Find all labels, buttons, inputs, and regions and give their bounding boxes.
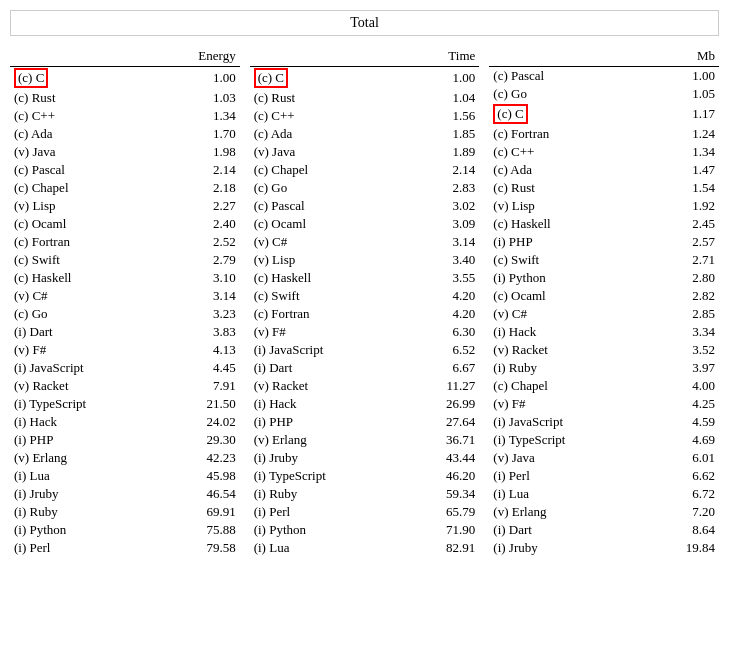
row-label: (i) Perl <box>250 503 399 521</box>
row-label: (i) JavaScript <box>489 413 638 431</box>
table-row: (i) Dart6.67 <box>250 359 480 377</box>
row-value: 3.02 <box>399 197 479 215</box>
table-row: (i) PHP27.64 <box>250 413 480 431</box>
row-value: 4.69 <box>639 431 719 449</box>
row-value: 1.54 <box>639 179 719 197</box>
table-row: (c) Fortran1.24 <box>489 125 719 143</box>
table-row: (c) Go1.05 <box>489 85 719 103</box>
row-label: (i) PHP <box>250 413 399 431</box>
row-value: 1.05 <box>639 85 719 103</box>
row-value: 3.83 <box>159 323 239 341</box>
table-row: (c) Rust1.04 <box>250 89 480 107</box>
row-value: 2.40 <box>159 215 239 233</box>
table-row: (i) Jruby46.54 <box>10 485 240 503</box>
table-row: (c) Chapel2.14 <box>250 161 480 179</box>
energy-label-col <box>10 46 159 67</box>
table-row: (v) Racket3.52 <box>489 341 719 359</box>
row-value: 43.44 <box>399 449 479 467</box>
table-row: (i) Jruby19.84 <box>489 539 719 557</box>
row-label: (i) Python <box>250 521 399 539</box>
row-value: 4.59 <box>639 413 719 431</box>
row-value: 2.82 <box>639 287 719 305</box>
row-value: 1.47 <box>639 161 719 179</box>
row-value: 2.83 <box>399 179 479 197</box>
highlighted-label: (c) C <box>14 68 48 88</box>
row-value: 3.10 <box>159 269 239 287</box>
row-label: (v) Erlang <box>250 431 399 449</box>
row-value: 2.80 <box>639 269 719 287</box>
table-row: (c) Rust1.54 <box>489 179 719 197</box>
table-row: (v) C#2.85 <box>489 305 719 323</box>
table-row: (v) Erlang42.23 <box>10 449 240 467</box>
table-row: (v) Erlang36.71 <box>250 431 480 449</box>
table-row: (c) Ocaml2.82 <box>489 287 719 305</box>
row-value: 59.34 <box>399 485 479 503</box>
row-label: (i) Perl <box>10 539 159 557</box>
table-row: (i) Lua82.91 <box>250 539 480 557</box>
row-value: 1.17 <box>639 103 719 125</box>
row-value: 2.71 <box>639 251 719 269</box>
row-value: 1.85 <box>399 125 479 143</box>
table-row: (c) Rust1.03 <box>10 89 240 107</box>
table-row: (i) Hack24.02 <box>10 413 240 431</box>
row-value: 6.30 <box>399 323 479 341</box>
table-row: (v) Racket7.91 <box>10 377 240 395</box>
row-value: 46.20 <box>399 467 479 485</box>
row-value: 2.52 <box>159 233 239 251</box>
row-label: (i) Jruby <box>489 539 638 557</box>
table-row: (i) JavaScript4.59 <box>489 413 719 431</box>
row-label: (i) Ruby <box>250 485 399 503</box>
table-row: (c) Swift2.79 <box>10 251 240 269</box>
row-value: 24.02 <box>159 413 239 431</box>
row-value: 6.62 <box>639 467 719 485</box>
row-label: (v) F# <box>250 323 399 341</box>
row-label: (c) Haskell <box>10 269 159 287</box>
row-label: (c) C++ <box>250 107 399 125</box>
row-value: 1.00 <box>159 67 239 90</box>
row-label: (i) TypeScript <box>489 431 638 449</box>
row-value: 79.58 <box>159 539 239 557</box>
row-value: 3.34 <box>639 323 719 341</box>
row-label: (c) Pascal <box>10 161 159 179</box>
row-label: (v) Lisp <box>489 197 638 215</box>
row-value: 1.24 <box>639 125 719 143</box>
row-value: 2.85 <box>639 305 719 323</box>
table-row: (c) C1.17 <box>489 103 719 125</box>
table-row: (i) TypeScript4.69 <box>489 431 719 449</box>
row-value: 4.20 <box>399 287 479 305</box>
row-value: 36.71 <box>399 431 479 449</box>
row-value: 4.25 <box>639 395 719 413</box>
table-row: (c) Ada1.85 <box>250 125 480 143</box>
mb-section: Mb (c) Pascal1.00(c) Go1.05(c) C1.17(c) … <box>489 46 719 557</box>
row-value: 3.97 <box>639 359 719 377</box>
row-label: (c) Rust <box>10 89 159 107</box>
row-label: (i) Perl <box>489 467 638 485</box>
tables-container: Energy (c) C1.00(c) Rust1.03(c) C++1.34(… <box>10 46 719 557</box>
row-label: (c) Ada <box>10 125 159 143</box>
time-label-col <box>250 46 399 67</box>
row-value: 27.64 <box>399 413 479 431</box>
row-label: (c) Ocaml <box>250 215 399 233</box>
row-label: (v) C# <box>250 233 399 251</box>
table-row: (v) F#4.25 <box>489 395 719 413</box>
table-row: (i) Python71.90 <box>250 521 480 539</box>
table-row: (i) Lua45.98 <box>10 467 240 485</box>
row-label: (v) F# <box>489 395 638 413</box>
table-row: (v) Java1.89 <box>250 143 480 161</box>
table-row: (i) Perl65.79 <box>250 503 480 521</box>
row-label: (i) PHP <box>10 431 159 449</box>
table-row: (i) PHP2.57 <box>489 233 719 251</box>
row-label: (c) Swift <box>10 251 159 269</box>
row-value: 3.52 <box>639 341 719 359</box>
row-label: (i) TypeScript <box>250 467 399 485</box>
table-row: (i) TypeScript21.50 <box>10 395 240 413</box>
table-row: (v) C#3.14 <box>10 287 240 305</box>
row-value: 3.55 <box>399 269 479 287</box>
row-label: (c) Go <box>10 305 159 323</box>
row-label: (v) Racket <box>10 377 159 395</box>
row-value: 6.01 <box>639 449 719 467</box>
row-value: 7.20 <box>639 503 719 521</box>
row-label: (c) Pascal <box>489 67 638 86</box>
table-row: (v) Java1.98 <box>10 143 240 161</box>
row-value: 1.92 <box>639 197 719 215</box>
